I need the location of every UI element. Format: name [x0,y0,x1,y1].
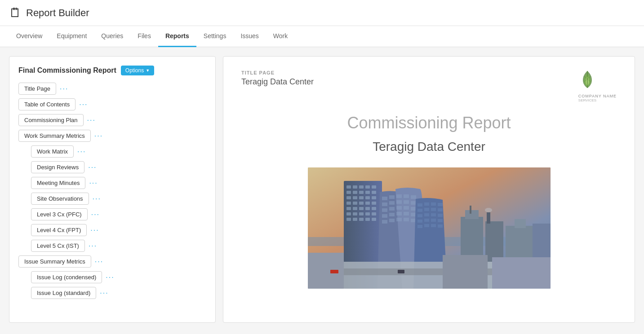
more-options-button[interactable] [89,193,105,205]
more-options-button[interactable] [96,287,112,299]
list-item: Title Page [18,83,206,95]
svg-rect-11 [533,224,551,262]
list-item: Level 4 Cx (FPT) [18,224,206,236]
svg-rect-68 [404,212,409,215]
svg-rect-39 [372,207,376,210]
svg-rect-32 [359,202,364,205]
nav-item-overview[interactable]: Overview [9,26,49,47]
panel-header: Final Commissioning Report Options [18,66,206,75]
section-button[interactable]: Site Observations [31,193,89,205]
group-label-button[interactable]: Issue Summary Metrics [18,255,91,268]
section-button[interactable]: Level 4 Cx (FPT) [31,224,87,236]
more-options-button[interactable] [56,83,72,95]
svg-rect-45 [346,218,351,221]
more-options-button[interactable] [84,114,99,126]
more-options-button[interactable] [87,224,102,236]
svg-rect-31 [353,202,357,205]
svg-rect-19 [372,185,376,189]
svg-rect-58 [404,200,409,204]
svg-rect-78 [438,203,443,206]
nav-item-issues[interactable]: Issues [233,26,266,47]
svg-rect-25 [346,196,351,199]
list-item: Work Matrix [18,145,206,158]
right-panel: COMPANY NAME SERVICES TITLE PAGE Teragig… [223,56,635,323]
svg-rect-70 [382,220,387,224]
list-item: Site Observations [18,193,206,205]
svg-rect-90 [438,219,443,222]
list-item: Level 5 Cx (IST) [18,240,206,252]
svg-rect-54 [411,195,416,199]
list-item: Meeting Minutes [18,177,206,189]
svg-rect-56 [389,201,395,205]
group-label-button[interactable]: Work Summary Metrics [18,130,91,142]
more-options-button[interactable] [74,146,89,158]
more-options-button[interactable] [88,209,103,220]
svg-rect-72 [396,218,402,221]
svg-rect-65 [382,214,387,218]
svg-rect-94 [438,224,443,228]
svg-rect-36 [353,207,357,210]
nav-item-files[interactable]: Files [130,26,158,47]
section-button[interactable]: Table of Contents [18,98,76,110]
svg-rect-50 [382,197,387,200]
svg-rect-44 [372,212,376,215]
svg-rect-87 [417,220,422,223]
section-button[interactable]: Level 3 Cx (PFC) [31,208,88,220]
more-options-button[interactable] [76,99,91,110]
svg-rect-23 [365,191,370,194]
section-button[interactable]: Work Matrix [31,145,74,158]
nav-item-work[interactable]: Work [266,26,295,47]
company-name-label: COMPANY NAME [578,94,617,98]
svg-rect-16 [353,185,357,189]
list-item: Issue Summary Metrics [18,255,206,268]
nav-item-settings[interactable]: Settings [196,26,234,47]
options-button[interactable]: Options [121,66,154,75]
svg-rect-62 [396,206,402,210]
nav-item-queries[interactable]: Queries [94,26,130,47]
svg-rect-48 [365,218,370,221]
svg-rect-88 [424,219,429,222]
svg-rect-80 [424,208,429,211]
svg-rect-83 [417,214,422,217]
svg-rect-8 [485,221,503,262]
section-button[interactable]: Title Page [18,83,56,95]
more-options-button[interactable] [85,240,101,252]
svg-rect-46 [353,218,357,221]
svg-rect-99 [492,257,551,289]
svg-rect-82 [438,208,443,211]
more-options-button[interactable] [102,272,118,283]
svg-rect-84 [424,213,429,216]
svg-rect-10 [515,219,526,228]
svg-rect-66 [389,213,395,216]
svg-rect-29 [372,196,376,199]
app-title: Report Builder [26,7,89,19]
section-button[interactable]: Issue Log (standard) [31,287,96,299]
sections-list: Title PageTable of ContentsCommissioning… [18,83,206,299]
svg-rect-28 [365,196,370,199]
svg-rect-52 [396,194,402,198]
section-button[interactable]: Level 5 Cx (IST) [31,240,85,252]
preview-project-name: Teragig Data Center [241,140,617,154]
svg-rect-89 [431,219,436,222]
svg-rect-73 [404,218,409,221]
section-button[interactable]: Issue Log (condensed) [31,271,102,283]
section-button[interactable]: Meeting Minutes [31,177,85,189]
svg-rect-53 [404,194,409,198]
more-options-button[interactable] [91,130,107,142]
section-button[interactable]: Commissioning Plan [18,114,84,126]
more-options-button[interactable] [91,256,107,268]
svg-rect-92 [424,224,429,227]
svg-rect-61 [389,207,395,211]
nav-item-equipment[interactable]: Equipment [49,26,94,47]
svg-rect-49 [372,218,376,221]
svg-rect-71 [389,219,395,222]
report-title: Final Commissioning Report [18,66,116,75]
svg-rect-34 [372,202,376,205]
svg-rect-100 [330,270,338,273]
logo-icon [578,70,596,92]
nav-item-reports[interactable]: Reports [158,26,196,47]
section-button[interactable]: Design Reviews [31,161,84,173]
more-options-button[interactable] [84,162,100,173]
svg-rect-93 [431,224,436,227]
more-options-button[interactable] [85,177,101,189]
